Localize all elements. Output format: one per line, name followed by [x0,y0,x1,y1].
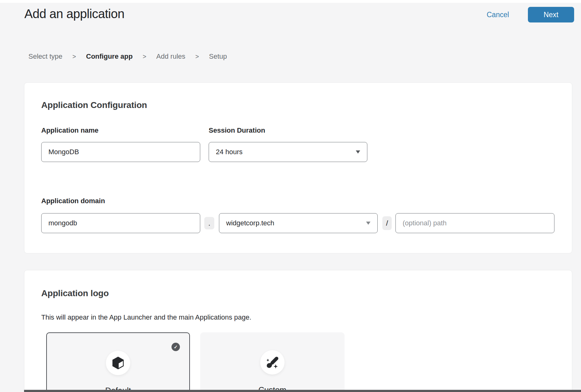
paintbrush-sparkles-icon [265,355,280,370]
session-duration-label: Session Duration [209,126,265,135]
top-white-strip [0,0,581,3]
path-input[interactable] [395,213,554,233]
subdomain-input[interactable] [41,213,200,233]
step-select-type[interactable]: Select type [28,52,62,61]
next-button[interactable]: Next [528,7,574,22]
slash-separator: / [382,216,392,230]
custom-logo-circle [260,350,285,375]
logo-card-title: Application logo [41,288,109,298]
breadcrumb-separator: > [72,53,76,60]
application-configuration-card: Application Configuration Application na… [24,82,572,253]
logo-card-description: This will appear in the App Launcher and… [41,313,251,321]
chevron-down-icon [366,222,370,225]
cancel-button[interactable]: Cancel [487,7,509,22]
config-card-title: Application Configuration [41,100,147,110]
step-configure-app[interactable]: Configure app [86,52,133,61]
application-domain-row: . widgetcorp.tech / [41,213,554,233]
breadcrumb: Select type > Configure app > Add rules … [28,52,227,61]
page-title: Add an application [24,7,124,21]
chevron-down-icon [356,150,360,154]
application-name-input[interactable] [41,142,200,162]
domain-select[interactable]: widgetcorp.tech [219,213,378,233]
session-duration-select[interactable]: 24 hours [209,142,367,162]
logo-option-custom[interactable]: Custom [200,332,345,392]
breadcrumb-separator: > [195,53,199,60]
step-add-rules[interactable]: Add rules [156,52,185,61]
check-icon: ✓ [171,343,180,351]
application-name-label: Application name [41,126,98,135]
default-logo-circle [106,351,130,375]
session-duration-value: 24 hours [216,148,243,156]
application-logo-card: Application logo This will appear in the… [24,270,572,392]
logo-option-default[interactable]: ✓ Default [46,332,190,392]
step-setup[interactable]: Setup [209,52,227,61]
bottom-bar [24,390,581,392]
add-application-page: Add an application Cancel Next Select ty… [0,0,581,392]
breadcrumb-separator: > [143,53,146,60]
cube-icon [111,356,125,370]
application-domain-label: Application domain [41,197,105,205]
domain-select-value: widgetcorp.tech [226,219,274,227]
dot-separator: . [204,217,214,229]
